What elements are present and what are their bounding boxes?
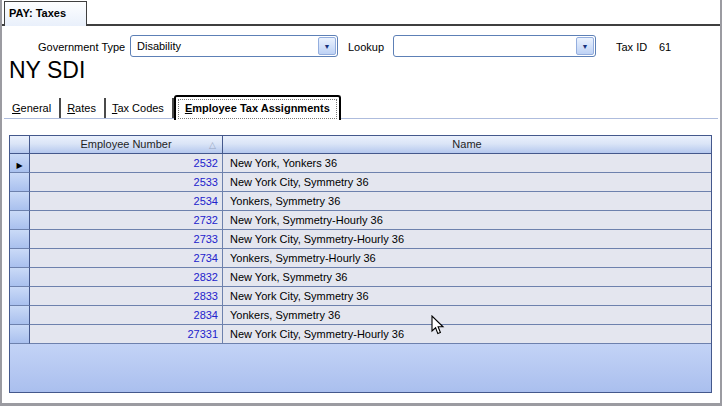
row-selector[interactable] — [10, 249, 30, 268]
row-selector[interactable] — [10, 268, 30, 287]
employee-assignments-grid: Employee Number △ Name ▶ 2532 New York, … — [9, 135, 712, 393]
employee-number-cell[interactable]: 2734 — [30, 249, 223, 268]
government-type-select[interactable]: Disability ▼ — [130, 35, 338, 57]
lookup-dropdown-button[interactable]: ▼ — [576, 37, 594, 55]
employee-number-cell[interactable]: 27331 — [30, 325, 223, 344]
table-row[interactable]: 2534 Yonkers, Symmetry 36 — [10, 192, 711, 211]
government-type-value: Disability — [137, 40, 181, 52]
employee-number-header-label: Employee Number — [80, 138, 171, 150]
current-row-marker-icon: ▶ — [16, 161, 22, 170]
row-selector[interactable] — [10, 173, 30, 192]
name-cell[interactable]: New York, Yonkers 36 — [223, 154, 711, 173]
name-column-header[interactable]: Name — [223, 136, 711, 153]
tab-tax-codes[interactable]: Tax Codes — [106, 98, 174, 119]
table-row[interactable]: 27331 New York City, Symmetry-Hourly 36 — [10, 325, 711, 344]
row-selector[interactable] — [10, 325, 30, 344]
tab-pay-taxes-label: PAY: Taxes — [9, 7, 66, 19]
lookup-select[interactable]: ▼ — [393, 35, 596, 57]
name-cell[interactable]: New York City, Symmetry 36 — [223, 173, 711, 192]
name-header-label: Name — [452, 138, 481, 150]
page-title: NY SDI — [9, 57, 85, 84]
lookup-label: Lookup — [348, 41, 384, 53]
row-selector[interactable] — [10, 287, 30, 306]
row-selector-header[interactable] — [10, 136, 30, 153]
table-row[interactable]: 2733 New York City, Symmetry-Hourly 36 — [10, 230, 711, 249]
tax-id-value: 61 — [659, 41, 671, 53]
employee-number-column-header[interactable]: Employee Number △ — [30, 136, 223, 153]
tax-id-label: Tax ID — [616, 41, 647, 53]
app-window: PAY: Taxes Government Type Disability ▼ … — [0, 0, 722, 406]
row-selector[interactable] — [10, 192, 30, 211]
table-row[interactable]: 2833 New York City, Symmetry 36 — [10, 287, 711, 306]
employee-number-cell[interactable]: 2733 — [30, 230, 223, 249]
tab-strip: General Rates Tax Codes Employee Tax Ass… — [2, 92, 720, 119]
name-cell[interactable]: New York, Symmetry 36 — [223, 268, 711, 287]
employee-number-cell[interactable]: 2534 — [30, 192, 223, 211]
name-cell[interactable]: New York, Symmetry-Hourly 36 — [223, 211, 711, 230]
table-row[interactable]: 2533 New York City, Symmetry 36 — [10, 173, 711, 192]
name-cell[interactable]: Yonkers, Symmetry 36 — [223, 192, 711, 211]
tab-employee-tax-assignments[interactable]: Employee Tax Assignments — [174, 95, 341, 120]
title-tab-strip: PAY: Taxes — [2, 0, 720, 26]
employee-number-cell[interactable]: 2832 — [30, 268, 223, 287]
row-selector[interactable] — [10, 306, 30, 325]
tab-pay-taxes[interactable]: PAY: Taxes — [4, 1, 87, 26]
tab-employee-tax-assignments-label: mployee Tax Assignments — [192, 102, 330, 114]
table-row[interactable]: 2732 New York, Symmetry-Hourly 36 — [10, 211, 711, 230]
name-cell[interactable]: New York City, Symmetry 36 — [223, 287, 711, 306]
row-selector[interactable]: ▶ — [10, 154, 30, 173]
table-row[interactable]: 2834 Yonkers, Symmetry 36 — [10, 306, 711, 325]
grid-header-row: Employee Number △ Name — [10, 136, 711, 154]
grid-body: ▶ 2532 New York, Yonkers 36 2533 New Yor… — [10, 154, 711, 344]
tab-general-label: eneral — [21, 102, 52, 114]
tab-general[interactable]: General — [6, 98, 61, 119]
row-selector[interactable] — [10, 211, 30, 230]
tab-rates-hotkey: R — [67, 102, 75, 114]
employee-number-cell[interactable]: 2833 — [30, 287, 223, 306]
name-cell[interactable]: Yonkers, Symmetry 36 — [223, 306, 711, 325]
tab-rates-label: ates — [75, 102, 96, 114]
tab-tax-codes-label: ax Codes — [117, 102, 163, 114]
grid-empty-area[interactable] — [10, 344, 711, 392]
chevron-down-icon: ▼ — [577, 38, 593, 55]
name-cell[interactable]: Yonkers, Symmetry-Hourly 36 — [223, 249, 711, 268]
employee-number-cell[interactable]: 2533 — [30, 173, 223, 192]
row-selector[interactable] — [10, 230, 30, 249]
employee-number-cell[interactable]: 2834 — [30, 306, 223, 325]
chevron-down-icon: ▼ — [319, 38, 335, 55]
employee-number-cell[interactable]: 2532 — [30, 154, 223, 173]
name-cell[interactable]: New York City, Symmetry-Hourly 36 — [223, 230, 711, 249]
sort-ascending-icon: △ — [209, 137, 216, 153]
table-row[interactable]: ▶ 2532 New York, Yonkers 36 — [10, 154, 711, 173]
government-type-dropdown-button[interactable]: ▼ — [318, 37, 336, 55]
table-row[interactable]: 2734 Yonkers, Symmetry-Hourly 36 — [10, 249, 711, 268]
tab-general-hotkey: G — [12, 102, 21, 114]
table-row[interactable]: 2832 New York, Symmetry 36 — [10, 268, 711, 287]
tab-rates[interactable]: Rates — [61, 98, 106, 119]
name-cell[interactable]: New York City, Symmetry-Hourly 36 — [223, 325, 711, 344]
employee-number-cell[interactable]: 2732 — [30, 211, 223, 230]
government-type-label: Government Type — [38, 41, 125, 53]
